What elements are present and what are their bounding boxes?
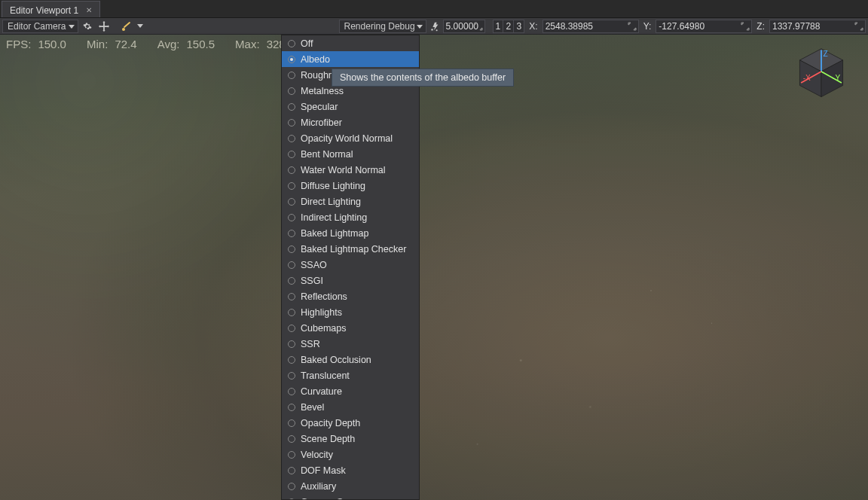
rendering-debug-select[interactable]: Rendering Debug [339, 20, 426, 33]
radio-icon [288, 356, 295, 364]
debug-option-scene-depth[interactable]: Scene Depth [282, 431, 419, 447]
debug-option-ssao[interactable]: SSAO [282, 257, 419, 273]
radio-icon [288, 135, 295, 142]
debug-option-ssr[interactable]: SSR [282, 336, 419, 352]
terrain-render [0, 35, 868, 500]
slot-3[interactable]: 3 [514, 20, 524, 33]
radio-icon [288, 119, 295, 127]
brush-dropdown-caret[interactable] [137, 24, 143, 28]
radio-icon [288, 325, 295, 332]
debug-option-label: Indirect Lighting [301, 212, 367, 223]
debug-option-gamma-space[interactable]: Gamma Space [282, 494, 419, 500]
debug-option-label: Water World Normal [301, 165, 386, 175]
debug-option-highlights[interactable]: Highlights [282, 304, 419, 320]
svg-text:-X: -X [803, 74, 811, 82]
radio-icon [288, 151, 295, 158]
radio-icon [288, 419, 295, 427]
debug-option-reflections[interactable]: Reflections [282, 288, 419, 304]
debug-option-label: Gamma Space [301, 497, 363, 501]
tab-title: Editor Viewport 1 [10, 5, 78, 16]
run-icon[interactable] [428, 20, 442, 33]
radio-icon [288, 198, 295, 206]
tab-bar: Editor Viewport 1 ✕ [0, 0, 868, 18]
debug-option-opacity-depth[interactable]: Opacity Depth [282, 415, 419, 431]
brush-icon[interactable] [119, 20, 134, 33]
y-label: Y: [640, 21, 655, 32]
debug-option-velocity[interactable]: Velocity [282, 447, 419, 462]
radio-icon [288, 293, 295, 300]
rendering-debug-label: Rendering Debug [344, 21, 415, 32]
debug-option-label: Baked Occlusion [301, 355, 371, 365]
radio-icon [288, 435, 295, 443]
z-input[interactable]: 1337.97788 [769, 20, 866, 33]
debug-option-albedo[interactable]: Albedo [282, 51, 419, 67]
debug-option-label: Diffuse Lighting [301, 181, 365, 191]
gear-icon[interactable] [80, 20, 95, 33]
debug-option-off[interactable]: Off [282, 35, 419, 51]
debug-option-label: Opacity World Normal [301, 133, 393, 144]
debug-option-label: Opacity Depth [301, 418, 360, 428]
avg-label: Avg: [157, 38, 180, 50]
debug-option-label: Metalness [301, 86, 344, 96]
x-value: 2548.38985 [546, 21, 593, 32]
debug-option-bent-normal[interactable]: Bent Normal [282, 146, 419, 162]
debug-option-opacity-world-normal[interactable]: Opacity World Normal [282, 130, 419, 146]
fps-value: 150.0 [38, 38, 66, 50]
radio-icon [288, 245, 295, 253]
debug-option-baked-lightmap[interactable]: Baked Lightmap [282, 225, 419, 241]
debug-option-baked-occlusion[interactable]: Baked Occlusion [282, 352, 419, 367]
z-label: Z: [753, 21, 768, 32]
debug-option-label: Translucent [301, 370, 350, 381]
radio-icon [288, 388, 295, 395]
radio-icon [288, 372, 295, 380]
debug-option-dof-mask[interactable]: DOF Mask [282, 462, 419, 478]
debug-option-curvature[interactable]: Curvature [282, 383, 419, 399]
debug-option-ssgi[interactable]: SSGI [282, 273, 419, 288]
camera-select[interactable]: Editor Camera [2, 20, 78, 33]
viewport-3d[interactable] [0, 35, 868, 500]
x-input[interactable]: 2548.38985 [542, 20, 639, 33]
debug-option-microfiber[interactable]: Microfiber [282, 114, 419, 130]
debug-option-label: Highlights [301, 307, 342, 318]
debug-option-auxiliary[interactable]: Auxiliary [282, 478, 419, 494]
radio-icon [288, 261, 295, 269]
min-value: 72.4 [115, 38, 136, 50]
debug-option-label: SSGI [301, 276, 323, 286]
viewport-tab[interactable]: Editor Viewport 1 ✕ [2, 1, 100, 17]
slot-1-label: 1 [496, 21, 501, 32]
debug-option-label: Off [301, 38, 313, 49]
debug-option-label: Baked Lightmap Checker [301, 244, 406, 255]
debug-option-label: Specular [301, 102, 338, 112]
radio-icon [288, 87, 295, 95]
debug-option-label: SSR [301, 339, 320, 349]
speed-input[interactable]: 5.00000 [443, 20, 485, 33]
z-value: 1337.97788 [772, 21, 820, 32]
debug-option-direct-lighting[interactable]: Direct Lighting [282, 194, 419, 209]
camera-select-value: Editor Camera [8, 21, 66, 32]
debug-option-translucent[interactable]: Translucent [282, 367, 419, 383]
tooltip: Shows the contents of the albedo buffer [332, 69, 514, 87]
debug-option-bevel[interactable]: Bevel [282, 399, 419, 415]
radio-icon [288, 467, 295, 474]
debug-option-baked-lightmap-checker[interactable]: Baked Lightmap Checker [282, 241, 419, 257]
slot-2[interactable]: 2 [503, 20, 514, 33]
y-value: -127.64980 [659, 21, 704, 32]
debug-option-indirect-lighting[interactable]: Indirect Lighting [282, 209, 419, 225]
rendering-debug-menu: OffAlbedoRoughnessMetalnessSpecularMicro… [281, 35, 420, 500]
avg-value: 150.5 [186, 38, 215, 50]
debug-option-water-world-normal[interactable]: Water World Normal [282, 162, 419, 178]
y-input[interactable]: -127.64980 [656, 20, 752, 33]
x-label: X: [526, 21, 540, 32]
debug-option-diffuse-lighting[interactable]: Diffuse Lighting [282, 178, 419, 194]
close-icon[interactable]: ✕ [84, 6, 93, 15]
slot-1[interactable]: 1 [493, 20, 504, 33]
debug-option-cubemaps[interactable]: Cubemaps [282, 320, 419, 336]
debug-option-label: Direct Lighting [301, 197, 361, 207]
orientation-gizmo[interactable]: Z -X -Y [790, 44, 853, 107]
move-icon[interactable] [96, 20, 112, 33]
debug-option-label: SSAO [301, 260, 327, 270]
debug-option-specular[interactable]: Specular [282, 99, 419, 114]
debug-option-label: Bevel [301, 402, 324, 413]
debug-option-label: Reflections [301, 291, 347, 302]
radio-icon [288, 40, 295, 47]
